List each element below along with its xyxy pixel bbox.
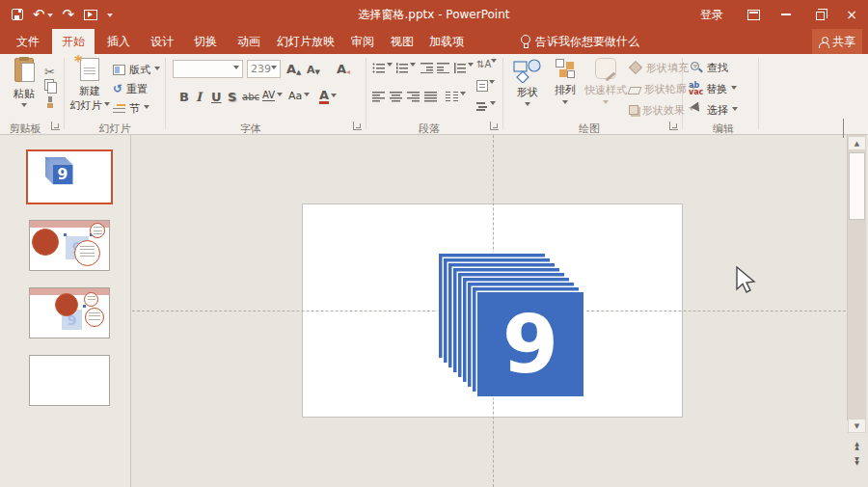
align-text-button[interactable] [476,80,495,92]
slide-2-thumbnail[interactable]: 9 [29,220,110,271]
underline-button[interactable]: U [211,90,222,104]
reset-button[interactable]: ↺ 重置 [113,81,148,96]
restore-button[interactable] [802,0,835,29]
arrange-icon [555,58,576,79]
text-shadow-button[interactable]: S [228,90,236,104]
convert-smartart-button[interactable] [476,101,496,112]
increase-indent-button[interactable] [437,63,449,73]
bold-button[interactable]: B [179,90,189,104]
tab-file[interactable]: 文件 [8,29,48,54]
strikethrough-button[interactable]: abc [242,92,259,102]
paragraph-dialog-launcher[interactable] [490,122,499,130]
shape-effects-button[interactable]: 形状效果 [629,102,694,118]
grow-font-button[interactable]: A▲ [286,62,301,76]
layout-icon [113,65,125,75]
change-case-dropdown-icon [304,93,310,99]
decrease-indent-icon [420,63,433,73]
undo-button[interactable]: ↶ [33,8,53,22]
align-left-button[interactable] [372,92,385,102]
font-size-combo[interactable]: 239 [247,60,281,78]
shape-fill-icon [629,61,642,74]
paste-label: 粘贴 [14,87,35,101]
undo-dropdown-icon [47,14,53,20]
numbering-button[interactable] [395,63,416,73]
font-dialog-launcher[interactable] [353,122,362,130]
character-spacing-icon: AV [262,90,275,101]
cut-button[interactable]: ✂ [44,62,55,80]
shapes-button[interactable]: 形状 [508,58,547,109]
align-left-icon [372,92,385,102]
close-button[interactable]: × [835,0,868,29]
new-slide-button[interactable]: 新建 幻灯片 [69,58,110,113]
tab-slide-show[interactable]: 幻灯片放映 [271,29,340,54]
tell-me-box[interactable]: 告诉我你想要做什么 [521,29,639,54]
arrange-button[interactable]: 排列 [548,58,583,107]
customize-qat-button[interactable] [107,10,113,20]
group-divider [758,58,759,129]
start-slideshow-button[interactable] [84,10,97,20]
line-spacing-icon [453,63,466,73]
layout-button[interactable]: 版式 [113,62,160,77]
redo-button[interactable]: ↷ [63,8,75,22]
minimize-button[interactable] [770,0,802,29]
justify-button[interactable] [424,92,437,102]
tab-view[interactable]: 视图 [383,29,421,54]
tab-review[interactable]: 审阅 [343,29,382,54]
decrease-indent-button[interactable] [420,63,433,73]
justify-icon [424,92,437,102]
tab-animations[interactable]: 动画 [229,29,269,54]
share-button[interactable]: 共享 [812,29,862,54]
minimize-icon [781,14,791,15]
stacked-squares-shape[interactable]: 9 [439,254,583,396]
replace-button[interactable]: abvac 替换 [689,81,737,96]
powerpoint-window: ↶ ↷ 选择窗格.pptx - PowerPoint 登录 × 文件 开始 插入… [0,0,868,487]
font-color-dropdown-icon [331,94,337,100]
shrink-font-button[interactable]: A▼ [307,64,320,76]
sign-in-button[interactable]: 登录 [687,0,737,29]
character-spacing-button[interactable]: AV [262,90,283,101]
columns-button[interactable] [446,92,466,102]
align-right-button[interactable] [407,92,420,102]
text-direction-button[interactable]: ⇅A [476,59,497,70]
font-name-combo[interactable] [173,60,243,78]
vertical-scrollbar-thumb[interactable] [849,152,865,220]
tab-add-ins[interactable]: 加载项 [422,29,471,54]
quick-access-toolbar: ↶ ↷ [12,0,113,29]
scroll-up-button[interactable]: ▲ [848,136,866,150]
tab-transitions[interactable]: 切换 [185,29,226,54]
ribbon-display-options-button[interactable] [737,0,770,29]
title-bar: ↶ ↷ 选择窗格.pptx - PowerPoint 登录 × [0,0,868,29]
scroll-down-button[interactable]: ▼ [848,419,866,433]
select-button[interactable]: 选择 [691,102,738,118]
quick-styles-dropdown-icon [603,100,609,107]
shape-fill-button[interactable]: 形状填充 [629,60,698,75]
tab-home[interactable]: 开始 [52,29,95,54]
bullets-button[interactable] [372,63,393,73]
line-spacing-button[interactable] [453,63,474,73]
tab-insert[interactable]: 插入 [98,29,139,54]
quick-styles-button[interactable]: 快速样式 [583,58,628,107]
change-case-button[interactable]: Aa [288,90,310,102]
font-color-button[interactable]: A [319,90,337,104]
clipboard-dialog-launcher[interactable] [51,122,60,130]
italic-button[interactable]: I [196,90,202,104]
drawing-dialog-launcher[interactable] [669,122,678,130]
ribbon-tab-bar: 文件 开始 插入 设计 切换 动画 幻灯片放映 审阅 视图 加载项 告诉我你想要… [0,29,868,54]
align-center-button[interactable] [390,92,402,102]
bullets-dropdown-icon [387,63,393,69]
section-button[interactable]: 节 [113,100,149,116]
next-slide-button[interactable]: ▼▼ [848,454,866,468]
save-button[interactable] [12,9,23,20]
slide-3-thumbnail[interactable]: 9 [29,287,110,338]
restore-icon [816,12,825,20]
slide-4-thumbnail[interactable] [29,355,110,406]
previous-slide-button[interactable]: ▲▲ [848,439,866,452]
new-slide-dropdown-icon [104,102,110,109]
paste-button[interactable]: 粘贴 [6,58,42,110]
tab-design[interactable]: 设计 [142,29,182,54]
find-button[interactable]: 查找 [691,60,728,75]
clear-formatting-button[interactable]: A◂ [337,62,350,76]
layout-label: 版式 [129,63,150,77]
shape-outline-button[interactable]: 形状轮廓 [629,81,696,96]
collapse-ribbon-button[interactable] [843,120,844,138]
